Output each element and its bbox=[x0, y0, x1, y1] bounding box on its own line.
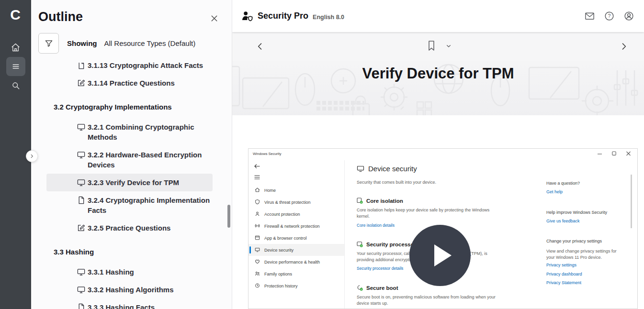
privacy-dashboard-link: Privacy dashboard bbox=[546, 272, 582, 276]
ws-nav: Home Virus & threat protection Account p… bbox=[249, 184, 344, 292]
help-improve-title: Help improve Windows Security bbox=[546, 210, 607, 215]
video-icon bbox=[77, 285, 86, 294]
ws-page-subtitle: Security that comes built into your devi… bbox=[357, 180, 436, 185]
outline-panel: Outline Showing All Resource Types (Defa… bbox=[31, 0, 232, 309]
outline-item[interactable]: 3.3.3 Hashing Facts bbox=[46, 298, 213, 309]
filter-icon bbox=[44, 39, 54, 48]
ws-nav-device-security: Device security bbox=[249, 244, 344, 256]
mail-icon[interactable] bbox=[584, 11, 595, 22]
app-logo: C bbox=[0, 7, 31, 23]
ws-nav-app-browser: App & browser control bbox=[249, 232, 344, 244]
account-icon[interactable] bbox=[623, 11, 634, 22]
play-icon bbox=[434, 244, 452, 266]
ws-window-title: Windows Security bbox=[253, 152, 282, 156]
history-icon bbox=[255, 283, 260, 288]
chevron-right-icon bbox=[29, 154, 34, 159]
outline-list: 3.1.13 Cryptographic Attack Facts 3.1.14… bbox=[31, 63, 232, 309]
maximize-icon bbox=[612, 151, 616, 156]
ws-nav-performance: Device performance & health bbox=[249, 256, 344, 268]
have-a-question-title: Have a question? bbox=[546, 181, 580, 186]
outline-section: 3.2 Cryptography Implementations bbox=[54, 98, 213, 116]
outline-item[interactable]: 3.3.1 Hashing bbox=[46, 263, 213, 281]
app-window-icon bbox=[255, 235, 260, 241]
outline-menu-button[interactable] bbox=[6, 57, 25, 76]
ws-titlebar: Windows Security bbox=[249, 149, 637, 160]
video-frame[interactable]: Windows Security Home Virus & threat pro… bbox=[248, 148, 638, 309]
filter-value: All Resource Types (Default) bbox=[104, 39, 196, 47]
menu-icon bbox=[11, 62, 21, 71]
svg-text:?: ? bbox=[608, 13, 611, 19]
search-button[interactable] bbox=[6, 76, 25, 95]
privacy-settings-link: Privacy settings bbox=[546, 263, 576, 267]
video-icon bbox=[77, 267, 86, 276]
secure-boot-status-icon bbox=[357, 285, 363, 291]
outline-item[interactable]: 3.2.1 Combining Cryptographic Methods bbox=[46, 118, 213, 146]
privacy-settings-body: View and change privacy settings for you… bbox=[546, 248, 618, 260]
ws-nav-family: Family options bbox=[249, 268, 344, 280]
outline-item[interactable]: 3.3.2 Hashing Algorithms bbox=[46, 281, 213, 298]
wireless-icon bbox=[255, 223, 260, 229]
outline-item-selected[interactable]: 3.2.3 Verify Device for TPM bbox=[46, 174, 213, 191]
previous-lesson-button[interactable] bbox=[255, 42, 265, 51]
ws-page-title: Device security bbox=[357, 165, 417, 173]
video-icon bbox=[77, 178, 86, 187]
filter-button[interactable] bbox=[38, 33, 59, 54]
play-button[interactable] bbox=[409, 225, 471, 286]
device-icon bbox=[357, 165, 364, 172]
security-processor-details-link: Security processor details bbox=[357, 266, 403, 271]
close-outline-button[interactable] bbox=[209, 13, 219, 23]
security-processor-heading: Security processor bbox=[357, 241, 416, 247]
ws-scrollbar bbox=[631, 175, 632, 228]
search-icon bbox=[11, 81, 21, 90]
heart-icon bbox=[255, 259, 260, 265]
document-icon bbox=[77, 196, 86, 205]
outline-item[interactable]: 3.2.2 Hardware-Based Encryption Devices bbox=[46, 146, 213, 174]
ws-nav-firewall: Firewall & network protection bbox=[249, 220, 344, 232]
edit-icon bbox=[77, 223, 86, 232]
home-icon bbox=[11, 43, 21, 53]
close-icon bbox=[626, 151, 631, 156]
outline-item[interactable]: 3.2.5 Practice Questions bbox=[46, 219, 213, 237]
outline-item[interactable]: 3.2.4 Cryptographic Implementation Facts bbox=[46, 191, 213, 219]
bookmark-dropdown-button[interactable] bbox=[445, 42, 452, 50]
person-icon bbox=[255, 211, 260, 217]
showing-label: Showing bbox=[67, 39, 97, 47]
bookmark-button[interactable] bbox=[426, 40, 437, 52]
video-icon bbox=[77, 122, 86, 132]
outline-item[interactable]: 3.1.14 Practice Questions bbox=[46, 74, 213, 92]
privacy-statement-link: Privacy Statement bbox=[546, 280, 581, 285]
course-header: Security Pro English 8.0 ? bbox=[232, 0, 644, 32]
course-title: Security Pro bbox=[258, 11, 308, 21]
privacy-settings-title: Change your privacy settings bbox=[546, 239, 602, 243]
home-button[interactable] bbox=[6, 38, 25, 57]
core-isolation-details-link: Core isolation details bbox=[357, 223, 395, 228]
ws-nav-history: Protection history bbox=[249, 280, 344, 292]
lesson-title: Verify Device for TPM bbox=[232, 65, 644, 82]
home-icon bbox=[255, 187, 260, 193]
main-content: Security Pro English 8.0 ? bbox=[232, 0, 644, 309]
secure-boot-heading: Secure boot bbox=[357, 285, 398, 291]
person-shield-icon bbox=[241, 10, 254, 22]
minimize-icon bbox=[598, 151, 602, 156]
device-icon bbox=[255, 247, 260, 253]
core-isolation-body: Core isolation helps keep your device sa… bbox=[357, 207, 497, 219]
document-icon bbox=[77, 63, 86, 70]
core-isolation-status-icon bbox=[357, 198, 363, 204]
help-icon[interactable]: ? bbox=[604, 11, 615, 22]
outline-item[interactable]: 3.1.13 Cryptographic Attack Facts bbox=[46, 63, 213, 74]
shield-icon bbox=[255, 199, 260, 205]
document-icon bbox=[77, 303, 86, 309]
collapse-outline-button[interactable] bbox=[26, 150, 38, 162]
ws-nav-home: Home bbox=[249, 184, 344, 196]
next-lesson-button[interactable] bbox=[619, 42, 629, 51]
ws-nav-virus-threat: Virus & threat protection bbox=[249, 196, 344, 208]
get-help-link: Get help bbox=[546, 189, 563, 194]
back-arrow-icon bbox=[254, 164, 260, 169]
lesson-nav bbox=[232, 32, 644, 61]
secure-boot-body: Secure boot is on, preventing malicious … bbox=[357, 294, 497, 306]
outline-section: 3.3 Hashing bbox=[54, 243, 213, 261]
outline-scrollbar[interactable] bbox=[227, 205, 230, 228]
course-subtitle: English 8.0 bbox=[313, 11, 344, 21]
family-icon bbox=[255, 271, 260, 276]
lesson-banner: Verify Device for TPM bbox=[232, 61, 644, 115]
